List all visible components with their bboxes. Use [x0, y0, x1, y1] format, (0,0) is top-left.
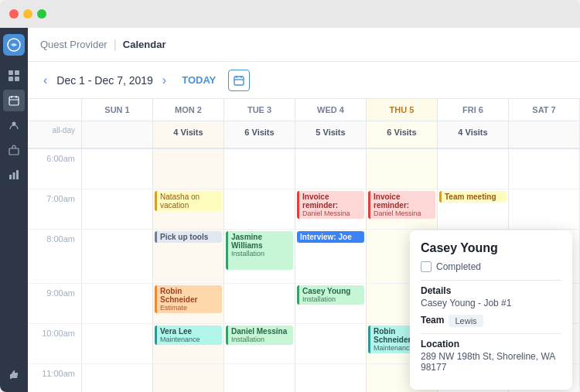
- pickup-name: Pick up tools: [160, 233, 219, 241]
- allday-sat: [509, 121, 580, 148]
- svg-rect-5: [9, 97, 19, 105]
- location-value: 289 NW 198th St, Shoreline, WA 98177: [421, 351, 561, 373]
- daniel-name: Daniel Messina: [231, 327, 290, 336]
- cell-7am-thu: Invoice reminder: Daniel Messina: [367, 189, 438, 229]
- col-header-tue: TUE 3: [224, 99, 295, 121]
- event-robin[interactable]: Robin Schneider Estimate: [155, 285, 222, 313]
- next-button[interactable]: ›: [159, 70, 169, 90]
- event-team-meeting[interactable]: Team meeting: [439, 191, 507, 203]
- app-logo: [3, 34, 25, 56]
- time-10am: 10:00am: [28, 324, 82, 363]
- svg-rect-3: [9, 77, 13, 81]
- cell-8am-wed: Interview: Joe: [295, 230, 367, 283]
- event-pickup-tools[interactable]: Pick up tools: [155, 231, 222, 243]
- cell-6am-mon: [153, 149, 224, 189]
- cell-10am-tue: Daniel Messina Installation: [224, 324, 295, 363]
- allday-label: all-day: [28, 121, 82, 148]
- cell-9am-tue: [224, 284, 295, 323]
- main-content: Quest Provider | Calendar ‹ Dec 1 - Dec …: [28, 28, 580, 392]
- cell-6am-sat: [509, 149, 580, 189]
- vera-sub: Maintenance: [160, 336, 219, 343]
- event-invoice-wed[interactable]: Invoice reminder: Daniel Messina: [297, 191, 364, 219]
- tue-visits: 6 Visits: [226, 123, 293, 141]
- event-casey-wed[interactable]: Casey Young Installation: [297, 285, 364, 305]
- cell-9am-mon: Robin Schneider Estimate: [153, 284, 224, 323]
- cell-6am-wed: [295, 149, 367, 189]
- invoice-wed-sub: Daniel Messina: [302, 210, 361, 217]
- fri-visits: 4 Visits: [439, 123, 507, 141]
- cell-8am-tue: Jasmine Williams Installation: [224, 230, 295, 283]
- svg-rect-11: [9, 175, 12, 179]
- cell-7am-tue: [224, 189, 295, 229]
- details-title: Details: [421, 285, 561, 296]
- thu-visits: 6 Visits: [368, 123, 435, 141]
- team-row: Team Lewis: [421, 315, 561, 327]
- close-button[interactable]: [9, 9, 19, 19]
- today-button[interactable]: TODAY: [176, 71, 222, 89]
- allday-mon: 4 Visits: [153, 121, 224, 148]
- interview-name: Interview: Joe: [300, 233, 361, 241]
- sidebar-icon-thumb[interactable]: [3, 364, 25, 386]
- event-vera[interactable]: Vera Lee Maintenance: [155, 326, 222, 345]
- completed-label: Completed: [436, 261, 481, 272]
- allday-wed: 5 Visits: [295, 121, 367, 148]
- col-header-mon: MON 2: [153, 99, 224, 121]
- cell-6am-sun: [82, 149, 153, 189]
- event-jasmine[interactable]: Jasmine Williams Installation: [226, 231, 293, 270]
- robin-name: Robin Schneider: [160, 287, 219, 304]
- popup-divider-1: [421, 280, 561, 281]
- completed-checkbox[interactable]: [421, 261, 432, 272]
- event-invoice-thu[interactable]: Invoice reminder: Daniel Messina: [368, 191, 435, 219]
- cell-6am-fri: [438, 149, 509, 189]
- jasmine-sub: Installation: [231, 250, 290, 257]
- robin-sub: Estimate: [160, 304, 219, 312]
- invoice-wed-name: Invoice reminder:: [302, 193, 361, 210]
- minimize-button[interactable]: [23, 9, 32, 19]
- event-daniel[interactable]: Daniel Messina Installation: [226, 326, 293, 345]
- time-header: [28, 99, 82, 121]
- team-member: Lewis: [449, 315, 483, 327]
- allday-thu: 6 Visits: [367, 121, 438, 148]
- col-header-fri: FRI 6: [438, 99, 509, 121]
- time-11am: 11:00am: [28, 364, 82, 392]
- col-header-thu: THU 5: [367, 99, 438, 121]
- app-header: Quest Provider | Calendar: [28, 28, 580, 62]
- date-range: Dec 1 - Dec 7, 2019: [56, 74, 153, 87]
- cell-11am-wed: [295, 364, 367, 392]
- row-7am: 7:00am Natasha on vacation Invoice remin…: [28, 189, 580, 230]
- sidebar-icon-briefcase[interactable]: [3, 139, 25, 161]
- allday-tue: 6 Visits: [224, 121, 295, 148]
- team-meeting-name: Team meeting: [445, 193, 503, 201]
- traffic-lights: [9, 9, 46, 19]
- event-popup: Casey Young Completed Details Casey Youn…: [410, 230, 572, 390]
- cell-10am-sun: [82, 324, 153, 363]
- daniel-sub: Installation: [231, 336, 290, 343]
- popup-completed-row: Completed: [421, 261, 561, 272]
- svg-rect-4: [15, 77, 19, 81]
- wed-visits: 5 Visits: [297, 123, 364, 141]
- invoice-thu-name: Invoice reminder:: [374, 193, 432, 210]
- event-natasha[interactable]: Natasha on vacation: [155, 191, 222, 211]
- prev-button[interactable]: ‹: [40, 70, 50, 90]
- time-6am: 6:00am: [28, 149, 82, 189]
- sidebar-icon-calendar[interactable]: [3, 90, 25, 111]
- vera-name: Vera Lee: [160, 327, 219, 336]
- event-interview[interactable]: Interview: Joe: [297, 231, 364, 243]
- sidebar-icon-grid[interactable]: [3, 65, 25, 87]
- allday-fri: 4 Visits: [438, 121, 509, 148]
- svg-rect-12: [13, 172, 15, 179]
- cell-11am-sun: [82, 364, 153, 392]
- cell-6am-tue: [224, 149, 295, 189]
- allday-sun: [82, 121, 153, 148]
- sidebar-icon-chart[interactable]: [3, 164, 25, 186]
- calendar-view-button[interactable]: [228, 70, 250, 91]
- titlebar: [0, 0, 580, 28]
- maximize-button[interactable]: [37, 9, 46, 19]
- details-value: Casey Young - Job #1: [421, 298, 561, 308]
- sidebar-icon-people[interactable]: [3, 114, 25, 136]
- col-header-sat: SAT 7: [509, 99, 580, 121]
- cell-8am-sun: [82, 230, 153, 283]
- jasmine-name: Jasmine Williams: [231, 233, 290, 250]
- svg-rect-10: [9, 148, 19, 155]
- popup-divider-2: [421, 333, 561, 334]
